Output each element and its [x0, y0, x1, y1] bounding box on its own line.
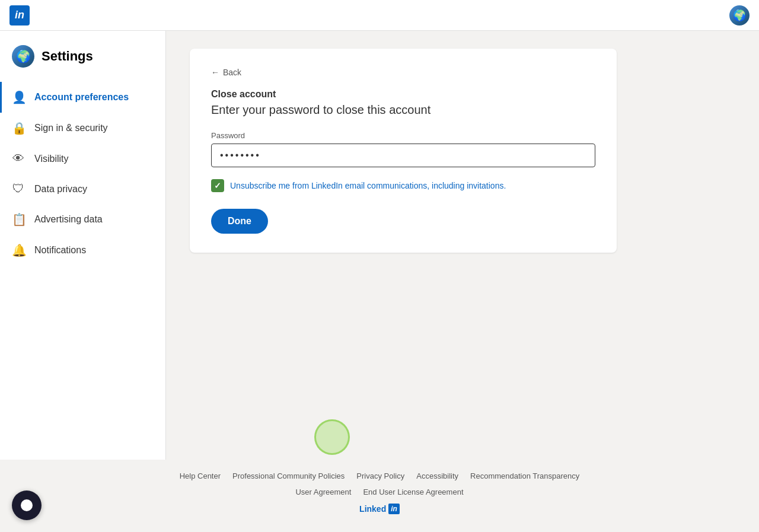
sidebar-item-label: Sign in & security — [34, 123, 108, 133]
nav-avatar[interactable]: 🌍 — [729, 5, 750, 26]
top-nav: in 🌍 — [0, 0, 759, 31]
back-label: Back — [223, 68, 241, 77]
unsubscribe-checkbox-row: Unsubscribe me from LinkedIn email commu… — [211, 179, 595, 192]
sidebar-item-label: Visibility — [34, 154, 69, 164]
footer-link-eula[interactable]: End User License Agreement — [363, 488, 463, 496]
password-input[interactable] — [211, 144, 595, 167]
content-area: ← Back Close account Enter your password… — [166, 31, 759, 460]
unsubscribe-label: Unsubscribe me from LinkedIn email commu… — [230, 181, 506, 190]
clipboard-icon: 📋 — [12, 212, 25, 227]
footer-logo: Linkedin — [0, 504, 759, 514]
main-layout: 🌍 Settings 👤 Account preferences 🔒 Sign … — [0, 31, 759, 460]
footer-link-accessibility[interactable]: Accessibility — [416, 472, 458, 480]
close-account-card: ← Back Close account Enter your password… — [190, 49, 617, 253]
back-arrow-icon: ← — [211, 68, 219, 77]
bottom-widget-inner — [21, 499, 33, 511]
sidebar-item-label: Account preferences — [34, 92, 129, 103]
card-subtitle: Enter your password to close this accoun… — [211, 103, 595, 117]
footer: Help Center Professional Community Polic… — [0, 460, 759, 532]
settings-header: 🌍 Settings — [0, 45, 165, 82]
done-button[interactable]: Done — [211, 209, 268, 234]
lock-icon: 🔒 — [12, 121, 25, 135]
sidebar-item-label: Advertising data — [34, 214, 103, 225]
sidebar-item-sign-in-security[interactable]: 🔒 Sign in & security — [0, 113, 165, 144]
footer-logo-suffix: in — [388, 504, 400, 514]
sidebar-item-notifications[interactable]: 🔔 Notifications — [0, 235, 165, 266]
footer-link-community-policies[interactable]: Professional Community Policies — [232, 472, 345, 480]
footer-links: Help Center Professional Community Polic… — [0, 472, 759, 480]
settings-title: Settings — [42, 49, 93, 64]
password-label: Password — [211, 131, 595, 140]
eye-icon: 👁 — [12, 152, 25, 165]
sidebar: 🌍 Settings 👤 Account preferences 🔒 Sign … — [0, 31, 166, 460]
footer-link-privacy-policy[interactable]: Privacy Policy — [356, 472, 404, 480]
person-icon: 👤 — [12, 90, 25, 104]
card-title: Close account — [211, 89, 595, 100]
unsubscribe-checkbox[interactable] — [211, 179, 224, 192]
footer-links-row2: User Agreement End User License Agreemen… — [0, 488, 759, 496]
settings-avatar: 🌍 — [12, 45, 34, 68]
bottom-widget[interactable] — [12, 490, 42, 520]
sidebar-item-data-privacy[interactable]: 🛡 Data privacy — [0, 174, 165, 204]
shield-icon: 🛡 — [12, 182, 25, 196]
linkedin-logo-icon[interactable]: in — [9, 5, 30, 26]
footer-link-recommendation-transparency[interactable]: Recommendation Transparency — [470, 472, 579, 480]
sidebar-item-label: Data privacy — [34, 184, 87, 195]
bell-icon: 🔔 — [12, 243, 25, 257]
sidebar-item-label: Notifications — [34, 245, 86, 256]
footer-logo-text: Linked — [359, 504, 386, 514]
back-link[interactable]: ← Back — [211, 68, 595, 77]
sidebar-item-visibility[interactable]: 👁 Visibility — [0, 144, 165, 174]
footer-link-help-center[interactable]: Help Center — [180, 472, 221, 480]
footer-link-user-agreement[interactable]: User Agreement — [295, 488, 351, 496]
sidebar-item-account-preferences[interactable]: 👤 Account preferences — [0, 82, 165, 113]
sidebar-item-advertising-data[interactable]: 📋 Advertising data — [0, 204, 165, 235]
